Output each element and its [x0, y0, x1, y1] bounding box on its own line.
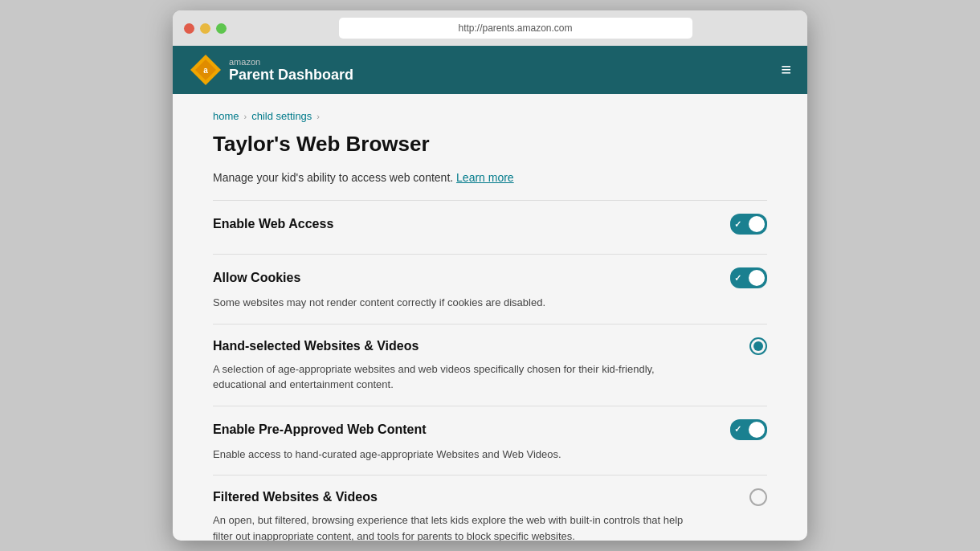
breadcrumb-home[interactable]: home	[213, 110, 239, 122]
pre-approved-desc: Enable access to hand-curated age-approp…	[213, 447, 695, 463]
amazon-logo-icon: a	[189, 53, 223, 87]
filtered-radio[interactable]	[749, 488, 767, 506]
toggle-check-icon-2: ✓	[734, 273, 741, 284]
logo-area: a amazon Parent Dashboard	[189, 53, 353, 87]
browser-window: http://parents.amazon.com a amazon Paren…	[173, 10, 807, 541]
maximize-button[interactable]	[216, 23, 227, 34]
pre-approved-toggle[interactable]: ✓	[730, 419, 767, 440]
enable-web-access-title: Enable Web Access	[213, 217, 333, 231]
allow-cookies-toggle[interactable]: ✓	[730, 267, 767, 288]
hand-selected-title: Hand-selected Websites & Videos	[213, 339, 419, 353]
toggle-knob	[749, 216, 765, 232]
allow-cookies-row: Allow Cookies ✓	[213, 267, 767, 288]
pre-approved-title: Enable Pre-Approved Web Content	[213, 422, 427, 437]
hand-selected-row: Hand-selected Websites & Videos	[213, 337, 767, 355]
breadcrumb-child-settings[interactable]: child settings	[251, 110, 312, 122]
title-bar: http://parents.amazon.com	[173, 10, 807, 46]
filtered-row: Filtered Websites & Videos	[213, 488, 767, 506]
parent-dashboard-label: Parent Dashboard	[229, 67, 353, 84]
allow-cookies-desc: Some websites may not render content cor…	[213, 295, 695, 311]
address-bar[interactable]: http://parents.amazon.com	[339, 18, 692, 39]
navigation-bar: a amazon Parent Dashboard ≡	[173, 46, 807, 94]
enable-web-access-toggle[interactable]: ✓	[730, 214, 767, 235]
url-text: http://parents.amazon.com	[458, 22, 572, 34]
allow-cookies-section: Allow Cookies ✓ Some websites may not re…	[213, 254, 767, 324]
filtered-desc: An open, but filtered, browsing experien…	[213, 512, 695, 541]
hand-selected-desc: A selection of age-appropriate websites …	[213, 361, 695, 393]
browser-content: a amazon Parent Dashboard ≡ home › child…	[173, 46, 807, 541]
hand-selected-section: Hand-selected Websites & Videos A select…	[213, 324, 767, 406]
page-title: Taylor's Web Browser	[213, 132, 767, 157]
intro-text: Manage your kid's ability to access web …	[213, 171, 767, 184]
enable-web-access-row: Enable Web Access ✓	[213, 214, 767, 235]
toggle-knob-3	[749, 422, 765, 438]
breadcrumb-chevron-2: ›	[316, 112, 320, 121]
enable-web-access-section: Enable Web Access ✓	[213, 200, 767, 254]
learn-more-link[interactable]: Learn more	[456, 171, 514, 184]
allow-cookies-title: Allow Cookies	[213, 271, 300, 285]
breadcrumb: home › child settings ›	[213, 110, 767, 122]
filtered-title: Filtered Websites & Videos	[213, 490, 378, 504]
close-button[interactable]	[184, 23, 194, 34]
logo-text: amazon Parent Dashboard	[229, 57, 353, 84]
breadcrumb-chevron-1: ›	[244, 112, 247, 121]
toggle-check-icon: ✓	[734, 219, 741, 230]
filtered-section: Filtered Websites & Videos An open, but …	[213, 475, 767, 541]
traffic-lights	[184, 23, 227, 34]
radio-inner	[753, 341, 763, 351]
svg-text:a: a	[203, 66, 208, 75]
minimize-button[interactable]	[200, 23, 210, 34]
pre-approved-section: Enable Pre-Approved Web Content ✓ Enable…	[213, 406, 767, 475]
menu-icon[interactable]: ≡	[781, 59, 791, 80]
toggle-check-icon-3: ✓	[734, 424, 741, 435]
amazon-label: amazon	[229, 57, 353, 67]
pre-approved-row: Enable Pre-Approved Web Content ✓	[213, 419, 767, 440]
hand-selected-radio[interactable]	[749, 337, 767, 355]
main-content: home › child settings › Taylor's Web Bro…	[173, 94, 807, 541]
toggle-knob-2	[749, 270, 765, 286]
intro-body: Manage your kid's ability to access web …	[213, 171, 456, 184]
